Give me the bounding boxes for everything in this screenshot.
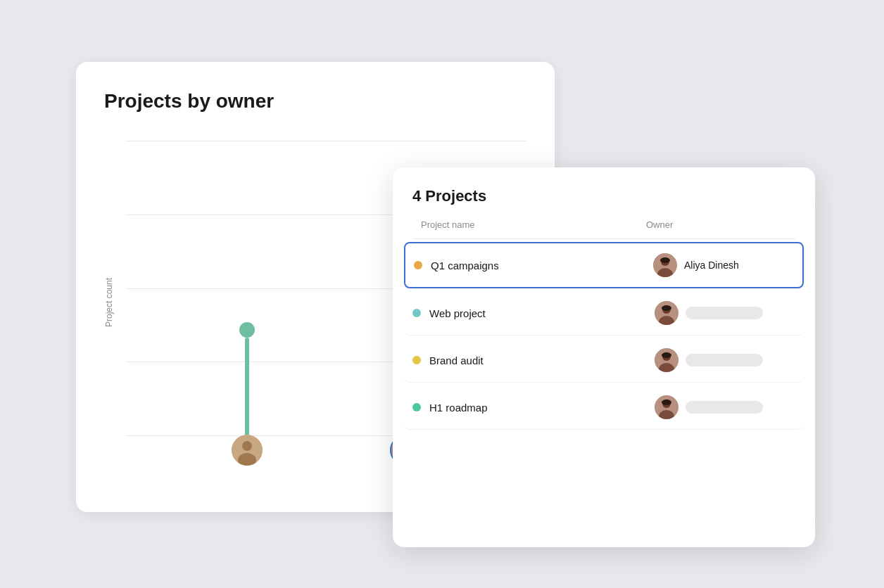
owner-placeholder	[686, 354, 763, 366]
bar-dot-1	[239, 322, 255, 338]
row-project: Q1 campaigns	[414, 260, 653, 271]
project-dot	[414, 261, 422, 269]
avatar-person1	[232, 435, 263, 466]
chart-title: Projects by owner	[104, 90, 526, 113]
row-project: Web project	[412, 307, 655, 319]
project-name: Web project	[429, 307, 486, 319]
table-row[interactable]: Web project	[404, 291, 804, 335]
svg-point-13	[662, 305, 671, 311]
svg-point-9	[660, 257, 670, 263]
row-owner	[655, 301, 795, 325]
project-dot	[412, 403, 421, 411]
row-owner	[655, 348, 795, 372]
svg-point-1	[242, 441, 252, 451]
table-rows: Q1 campaigns Aliya Dinesh	[393, 242, 815, 430]
col-project-header: Project name	[421, 219, 646, 230]
owner-avatar	[653, 253, 677, 277]
owner-avatar	[655, 395, 678, 419]
scene: Projects by owner Project count	[55, 41, 829, 547]
table-row[interactable]: Brand audit	[404, 338, 804, 383]
row-project: H1 roadmap	[412, 402, 655, 414]
owner-placeholder	[686, 307, 763, 319]
table-row[interactable]: H1 roadmap	[404, 385, 804, 430]
project-name: H1 roadmap	[429, 402, 488, 414]
table-row[interactable]: Q1 campaigns Aliya Dinesh	[404, 242, 804, 288]
project-dot	[412, 356, 421, 364]
row-owner: Aliya Dinesh	[653, 253, 794, 277]
owner-placeholder	[686, 401, 763, 414]
table-col-headers: Project name Owner	[412, 219, 795, 239]
projects-count-label: 4 Projects	[412, 187, 795, 205]
svg-point-21	[662, 400, 671, 405]
project-name: Brand audit	[429, 354, 484, 366]
table-card: 4 Projects Project name Owner Q1 campaig…	[393, 167, 815, 547]
row-project: Brand audit	[412, 354, 655, 366]
bar-line-1	[245, 338, 249, 436]
project-dot	[412, 309, 421, 317]
col-owner-header: Owner	[646, 219, 787, 230]
project-name: Q1 campaigns	[431, 260, 499, 271]
row-owner	[655, 395, 795, 419]
y-axis-label: Project count	[104, 141, 114, 464]
owner-avatar	[655, 348, 678, 372]
owner-name: Aliya Dinesh	[684, 260, 739, 271]
owner-avatar	[655, 301, 678, 325]
svg-point-17	[662, 352, 671, 358]
table-header-section: 4 Projects Project name Owner	[393, 167, 815, 239]
bar-group-1	[239, 322, 255, 436]
